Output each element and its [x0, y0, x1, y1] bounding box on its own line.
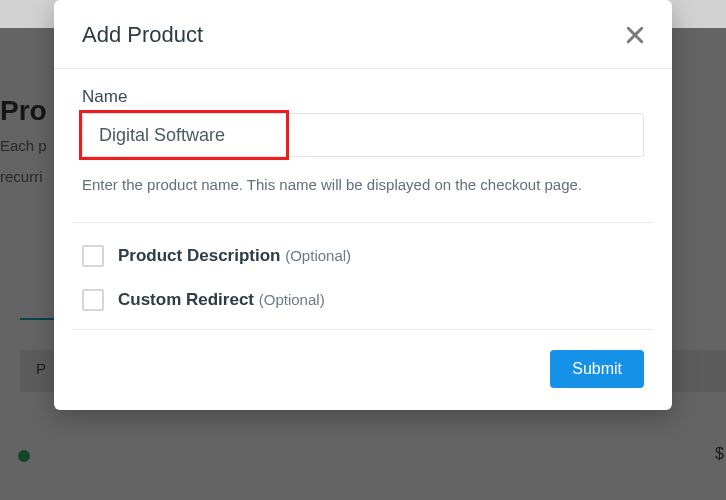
product-description-label: Product Description (Optional)	[118, 246, 351, 266]
modal-body: Name Enter the product name. This name w…	[54, 69, 672, 334]
option2-optional: (Optional)	[259, 291, 325, 308]
option1-optional: (Optional)	[285, 247, 351, 264]
modal-title: Add Product	[82, 22, 203, 48]
divider	[72, 222, 654, 223]
name-input[interactable]	[82, 113, 644, 157]
option2-text: Custom Redirect	[118, 290, 254, 309]
modal-header: Add Product	[54, 0, 672, 69]
name-input-wrap	[82, 113, 644, 157]
divider	[72, 329, 654, 330]
option-product-description: Product Description (Optional)	[82, 245, 644, 267]
product-description-checkbox[interactable]	[82, 245, 104, 267]
name-help-text: Enter the product name. This name will b…	[82, 171, 644, 200]
close-icon[interactable]	[626, 26, 644, 44]
option-custom-redirect: Custom Redirect (Optional)	[82, 289, 644, 311]
custom-redirect-label: Custom Redirect (Optional)	[118, 290, 325, 310]
modal-footer: Submit	[54, 334, 672, 410]
option1-text: Product Description	[118, 246, 280, 265]
submit-button[interactable]: Submit	[550, 350, 644, 388]
custom-redirect-checkbox[interactable]	[82, 289, 104, 311]
name-label: Name	[82, 87, 644, 107]
add-product-modal: Add Product Name Enter the product name.…	[54, 0, 672, 410]
